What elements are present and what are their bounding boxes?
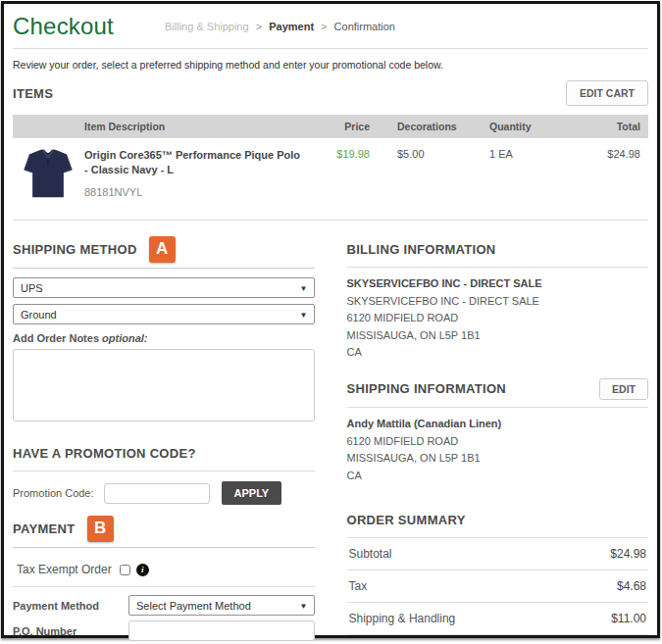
order-notes-optional: optional: (102, 332, 147, 344)
subtotal-value: $24.98 (610, 547, 646, 561)
summary-row-shipping: Shipping & Handling $11.00 (347, 603, 649, 635)
column-item-description: Item Description (84, 121, 301, 132)
shipping-info-rule (347, 407, 649, 408)
shipping-line: 6120 MIDFIELD ROAD (347, 433, 649, 451)
order-summary-heading: ORDER SUMMARY (347, 513, 466, 527)
shipping-method-heading: SHIPPING METHOD (13, 242, 137, 257)
breadcrumb-billing-shipping[interactable]: Billing & Shipping (165, 21, 249, 32)
payment-rule (13, 547, 315, 548)
shipping-address: Andy Mattila (Canadian Linen) 6120 MIDFI… (347, 416, 649, 484)
annotation-badge-a: A (149, 236, 176, 263)
left-column: SHIPPING METHOD A UPS ▼ Ground ▼ Add Ord… (13, 227, 315, 644)
payment-method-value: Select Payment Method (136, 600, 251, 612)
chevron-down-icon: ▼ (300, 284, 308, 293)
breadcrumb-confirmation: Confirmation (334, 21, 395, 32)
promotion-row: Promotion Code: APPLY (13, 481, 315, 505)
item-decorations: $5.00 (370, 144, 468, 160)
tax-exempt-row: Tax Exempt Order i (13, 557, 315, 582)
header-divider (13, 48, 648, 49)
promotion-code-input[interactable] (104, 483, 210, 504)
item-description-cell: Origin Core365™ Performance Pique Polo -… (84, 144, 301, 198)
billing-line: CA (347, 344, 649, 362)
order-notes-label: Add Order Notes optional: (13, 332, 315, 344)
items-table-header: Item Description Price Decorations Quant… (13, 115, 648, 138)
shipping-method-header: SHIPPING METHOD A (13, 235, 315, 263)
page-title: Checkout (13, 13, 114, 40)
promotion-rule (13, 471, 315, 471)
service-select-value: Ground (21, 309, 57, 321)
item-total: $24.98 (564, 144, 640, 160)
shipping-info-header: SHIPPING INFORMATION EDIT (347, 375, 649, 403)
billing-line: MISSISAUGA, ON L5P 1B1 (347, 327, 649, 345)
payment-method-row: Payment Method Select Payment Method ▼ (13, 595, 315, 616)
page-header: Checkout Billing & Shipping > Payment > … (13, 12, 648, 41)
billing-info-heading: BILLING INFORMATION (347, 242, 496, 257)
shipping-method-rule (13, 268, 315, 269)
annotation-badge-b: B (87, 516, 114, 542)
column-quantity: Quantity (468, 121, 564, 132)
breadcrumb-separator: > (321, 21, 327, 32)
shipping-handling-value: $11.00 (611, 612, 646, 625)
payment-heading: PAYMENT (13, 521, 76, 536)
edit-shipping-button[interactable]: EDIT (599, 378, 648, 400)
edit-cart-button[interactable]: EDIT CART (566, 80, 648, 106)
items-heading: ITEMS (13, 86, 53, 101)
po-number-row: P.O. Number (13, 620, 315, 641)
chevron-down-icon: ▼ (300, 602, 308, 611)
billing-line: SKYSERVICEFBO INC - DIRECT SALE (347, 275, 649, 293)
checkout-page: Checkout Billing & Shipping > Payment > … (1, 1, 660, 638)
service-select[interactable]: Ground ▼ (13, 304, 315, 324)
intro-text: Review your order, select a preferred sh… (13, 59, 648, 71)
apply-button[interactable]: APPLY (222, 481, 282, 505)
shipping-handling-label: Shipping & Handling (349, 612, 456, 625)
promotion-heading: HAVE A PROMOTION CODE? (13, 446, 196, 461)
order-notes-textarea[interactable] (13, 349, 315, 421)
carrier-select[interactable]: UPS ▼ (13, 277, 315, 298)
tax-exempt-rule (13, 586, 315, 587)
breadcrumb-payment: Payment (269, 21, 314, 32)
items-divider (13, 220, 648, 221)
column-decorations: Decorations (370, 121, 468, 132)
billing-info-rule (347, 267, 649, 268)
table-row: Origin Core365™ Performance Pique Polo -… (13, 138, 648, 213)
right-column: BILLING INFORMATION SKYSERVICEFBO INC - … (347, 227, 649, 644)
tax-label: Tax (349, 579, 368, 593)
tax-value: $4.68 (617, 579, 646, 593)
po-number-input[interactable] (128, 620, 315, 641)
billing-line: 6120 MIDFIELD ROAD (347, 310, 649, 327)
tax-exempt-label: Tax Exempt Order (17, 563, 112, 576)
shipping-info-heading: SHIPPING INFORMATION (347, 381, 506, 396)
summary-row-tax: Tax $4.68 (347, 570, 649, 603)
tax-exempt-checkbox[interactable] (120, 565, 130, 575)
item-price: $19.98 (301, 144, 370, 160)
billing-line: SKYSERVICEFBO INC - DIRECT SALE (347, 293, 649, 311)
promotion-code-label: Promotion Code: (13, 487, 94, 499)
breadcrumb-separator: > (256, 21, 262, 32)
info-icon[interactable]: i (136, 564, 149, 576)
chevron-down-icon: ▼ (300, 311, 308, 320)
shipping-line: CA (347, 468, 649, 485)
payment-method-label: Payment Method (13, 600, 128, 612)
billing-info-header: BILLING INFORMATION (347, 235, 649, 263)
summary-row-subtotal: Subtotal $24.98 (347, 538, 649, 570)
order-summary-header: ORDER SUMMARY (347, 506, 649, 533)
shipping-line: Andy Mattila (Canadian Linen) (347, 416, 649, 433)
payment-method-select[interactable]: Select Payment Method ▼ (128, 595, 315, 616)
column-price: Price (301, 121, 370, 132)
items-section-header: ITEMS EDIT CART (13, 80, 648, 106)
polo-shirt-image (21, 144, 76, 201)
shipping-line: MISSISAUGA, ON L5P 1B1 (347, 450, 649, 468)
billing-address: SKYSERVICEFBO INC - DIRECT SALE SKYSERVI… (347, 275, 649, 362)
item-quantity: 1 EA (468, 144, 564, 160)
product-image (21, 144, 84, 203)
item-name: Origin Core365™ Performance Pique Polo -… (84, 144, 301, 177)
payment-header: PAYMENT B (13, 515, 315, 542)
item-sku: 88181NVYL (84, 186, 301, 198)
carrier-select-value: UPS (21, 282, 43, 294)
breadcrumb: Billing & Shipping > Payment > Confirmat… (165, 21, 395, 32)
po-number-label: P.O. Number (13, 625, 128, 637)
column-total: Total (564, 121, 640, 132)
subtotal-label: Subtotal (349, 547, 392, 561)
summary-row-total: Total $40.66 (347, 635, 649, 644)
promotion-header: HAVE A PROMOTION CODE? (13, 439, 315, 467)
